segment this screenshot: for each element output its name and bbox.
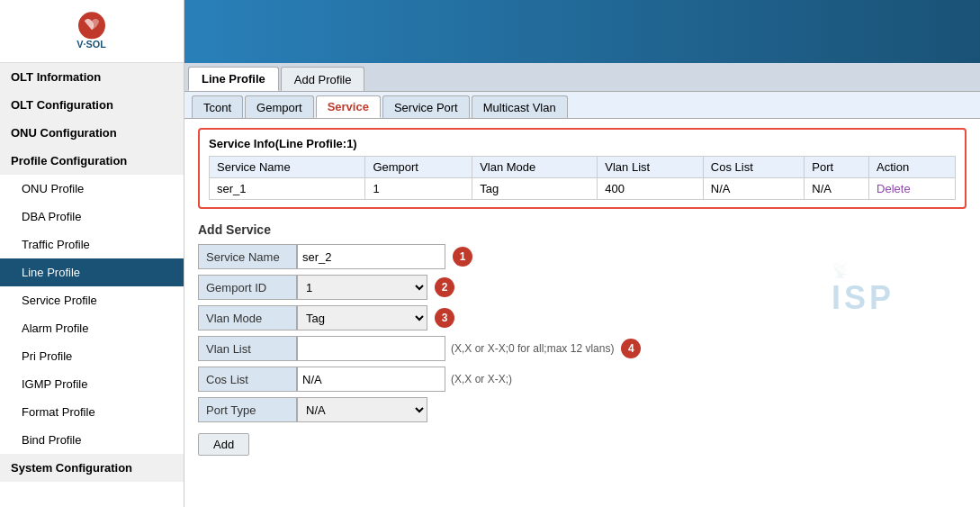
sidebar-item-profile-config[interactable]: Profile Configuration (0, 147, 184, 175)
form-row-service-name: Service Name 1 (198, 244, 967, 269)
label-service-name: Service Name (198, 244, 297, 269)
table-header-row: Service Name Gemport Vlan Mode Vlan List… (210, 157, 956, 178)
form-row-cos-list: Cos List (X,X or X-X;) (198, 367, 967, 392)
label-cos-list: Cos List (198, 367, 297, 392)
sidebar-item-igmp-profile[interactable]: IGMP Profile (0, 370, 184, 398)
cell-service-name: ser_1 (210, 178, 365, 200)
label-gemport-id: Gemport ID (198, 275, 297, 300)
form-row-vlan-mode: Vlan Mode Tag Transparent Translate 3 (198, 305, 967, 330)
sidebar-item-format-profile[interactable]: Format Profile (0, 398, 184, 426)
sidebar-item-service-profile[interactable]: Service Profile (0, 286, 184, 314)
delete-link[interactable]: Delete (877, 182, 911, 195)
sub-tab-multicast-vlan[interactable]: Multicast Vlan (472, 95, 568, 118)
sub-tab-service-port[interactable]: Service Port (382, 95, 470, 118)
sub-tab-gemport[interactable]: Gemport (245, 95, 314, 118)
add-service-title: Add Service (198, 222, 967, 237)
input-vlan-list[interactable] (297, 336, 445, 361)
svg-text:V·SOL: V·SOL (76, 39, 106, 50)
badge-1: 1 (453, 247, 472, 267)
sub-tab-tcont[interactable]: Tcont (192, 95, 243, 118)
logo-area: V·SOL (0, 0, 184, 63)
select-gemport-id[interactable]: 1 (297, 275, 427, 300)
sidebar-item-olt-info[interactable]: OLT Information (0, 63, 184, 91)
col-action: Action (869, 157, 956, 178)
label-vlan-list: Vlan List (198, 336, 297, 361)
form-row-add-button: Add (198, 428, 967, 456)
cell-gemport: 1 (365, 178, 472, 200)
col-gemport: Gemport (365, 157, 472, 178)
sidebar-item-alarm-profile[interactable]: Alarm Profile (0, 314, 184, 342)
top-banner (184, 0, 980, 63)
sidebar-item-line-profile[interactable]: Line Profile (0, 258, 184, 286)
service-info-box: Service Info(Line Profile:1) Service Nam… (198, 128, 967, 209)
sub-tab-service[interactable]: Service (316, 95, 381, 118)
col-vlan-mode: Vlan Mode (472, 157, 598, 178)
sidebar-item-dba-profile[interactable]: DBA Profile (0, 203, 184, 231)
badge-4: 4 (621, 339, 641, 358)
cell-vlan-mode: Tag (472, 178, 598, 200)
col-port: Port (805, 157, 869, 178)
select-vlan-mode[interactable]: Tag Transparent Translate (297, 305, 427, 330)
tab-line-profile[interactable]: Line Profile (188, 67, 279, 91)
badge-3: 3 (435, 308, 454, 328)
vlan-list-hint: (X,X or X-X;0 for all;max 12 vlans) (451, 342, 614, 355)
sidebar-item-onu-config[interactable]: ONU Configuration (0, 119, 184, 147)
sidebar-item-onu-profile[interactable]: ONU Profile (0, 175, 184, 203)
sidebar-item-bind-profile[interactable]: Bind Profile (0, 426, 184, 454)
table-row: ser_1 1 Tag 400 N/A N/A Delete (210, 178, 956, 200)
form-row-port-type: Port Type N/A (198, 397, 967, 422)
service-info-title: Service Info(Line Profile:1) (209, 137, 956, 150)
cell-port: N/A (805, 178, 869, 200)
label-vlan-mode: Vlan Mode (198, 305, 297, 330)
form-row-vlan-list: Vlan List (X,X or X-X;0 for all;max 12 v… (198, 336, 967, 361)
col-service-name: Service Name (210, 157, 365, 178)
content-inner: Service Info(Line Profile:1) Service Nam… (184, 119, 980, 470)
sidebar-item-traffic-profile[interactable]: Traffic Profile (0, 231, 184, 258)
cell-action: Delete (869, 178, 956, 200)
tab-add-profile[interactable]: Add Profile (281, 67, 365, 91)
cell-vlan-list: 400 (598, 178, 704, 200)
badge-2: 2 (435, 277, 454, 297)
content-area: Line Profile Add Profile Tcont Gemport S… (184, 63, 980, 507)
sidebar-item-olt-config[interactable]: OLT Configuration (0, 91, 184, 119)
add-service-form: 📡 ISP Service Name 1 Gemport ID 1 (198, 244, 967, 456)
sidebar-item-system-config[interactable]: System Configuration (0, 454, 184, 482)
input-cos-list[interactable] (297, 367, 445, 392)
input-service-name[interactable] (297, 244, 445, 269)
sub-tab-bar: Tcont Gemport Service Service Port Multi… (184, 92, 980, 119)
cell-cos-list: N/A (703, 178, 804, 200)
label-port-type: Port Type (198, 397, 297, 422)
cos-list-hint: (X,X or X-X;) (451, 373, 512, 385)
main-content: Line Profile Add Profile Tcont Gemport S… (184, 0, 980, 507)
service-info-table: Service Name Gemport Vlan Mode Vlan List… (209, 156, 956, 200)
col-vlan-list: Vlan List (598, 157, 704, 178)
vsol-logo: V·SOL (69, 9, 114, 54)
col-cos-list: Cos List (703, 157, 804, 178)
select-port-type[interactable]: N/A (297, 397, 427, 422)
form-row-gemport-id: Gemport ID 1 2 (198, 275, 967, 300)
sidebar: V·SOL OLT Information OLT Configuration … (0, 0, 184, 507)
add-service-button[interactable]: Add (198, 433, 249, 456)
main-tab-bar: Line Profile Add Profile (184, 63, 980, 92)
sidebar-item-pri-profile[interactable]: Pri Profile (0, 342, 184, 370)
